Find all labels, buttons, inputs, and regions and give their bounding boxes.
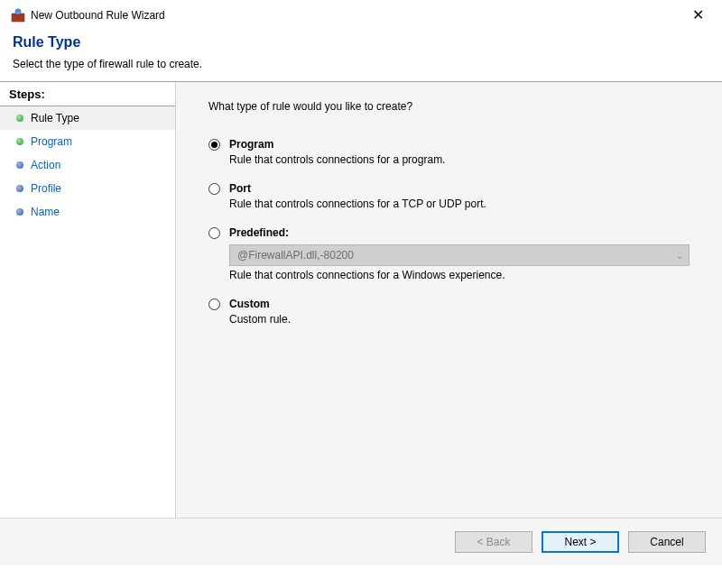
- title-bar: New Outbound Rule Wizard ✕: [0, 0, 722, 27]
- step-label: Rule Type: [31, 112, 79, 124]
- window-title: New Outbound Rule Wizard: [31, 9, 165, 22]
- wizard-footer: < Back Next > Cancel: [0, 518, 722, 565]
- bullet-icon: [16, 138, 23, 145]
- step-label: Program: [31, 135, 72, 148]
- radio-predefined[interactable]: [208, 227, 220, 239]
- step-label: Profile: [31, 182, 61, 195]
- page-title: Rule Type: [13, 34, 709, 51]
- option-program: Program Rule that controls connections f…: [208, 138, 704, 166]
- bullet-icon: [16, 115, 23, 122]
- content-question: What type of rule would you like to crea…: [208, 100, 704, 113]
- cancel-button[interactable]: Cancel: [628, 531, 706, 553]
- radio-port[interactable]: [208, 183, 220, 195]
- option-port-desc: Rule that controls connections for a TCP…: [229, 198, 704, 210]
- bullet-icon: [16, 161, 23, 169]
- option-custom-desc: Custom rule.: [229, 313, 704, 326]
- step-label: Action: [31, 159, 60, 171]
- option-predefined-label: Predefined:: [229, 226, 289, 239]
- option-port: Port Rule that controls connections for …: [208, 182, 704, 210]
- option-custom-label: Custom: [229, 298, 270, 310]
- close-icon[interactable]: ✕: [685, 8, 711, 23]
- radio-program[interactable]: [208, 139, 220, 151]
- wizard-header: Rule Type Select the type of firewall ru…: [0, 27, 722, 81]
- wizard-content: What type of rule would you like to crea…: [176, 82, 722, 518]
- page-subtitle: Select the type of firewall rule to crea…: [13, 58, 709, 70]
- bullet-icon: [16, 208, 23, 216]
- step-program[interactable]: Program: [0, 130, 175, 153]
- option-program-label: Program: [229, 138, 273, 151]
- step-profile[interactable]: Profile: [0, 177, 175, 200]
- option-port-head[interactable]: Port: [208, 182, 704, 195]
- firewall-icon: [11, 8, 25, 23]
- steps-list: Rule Type Program Action Profile Name: [0, 106, 175, 224]
- option-port-label: Port: [229, 182, 251, 195]
- steps-heading: Steps:: [0, 82, 175, 106]
- option-custom: Custom Custom rule.: [208, 298, 704, 326]
- step-rule-type[interactable]: Rule Type: [0, 106, 175, 130]
- radio-custom[interactable]: [208, 299, 220, 310]
- chevron-down-icon: ⌄: [676, 251, 683, 261]
- step-label: Name: [31, 206, 60, 218]
- step-name[interactable]: Name: [0, 200, 175, 224]
- option-program-head[interactable]: Program: [208, 138, 704, 151]
- option-predefined-desc: Rule that controls connections for a Win…: [229, 269, 704, 281]
- predefined-value: @FirewallAPI.dll,-80200: [237, 249, 354, 262]
- wizard-body: Steps: Rule Type Program Action Profile …: [0, 82, 722, 518]
- option-predefined: Predefined: @FirewallAPI.dll,-80200 ⌄ Ru…: [208, 226, 704, 281]
- step-action[interactable]: Action: [0, 153, 175, 177]
- title-bar-left: New Outbound Rule Wizard: [11, 8, 165, 23]
- back-button: < Back: [455, 531, 532, 553]
- predefined-dropdown: @FirewallAPI.dll,-80200 ⌄: [229, 244, 690, 266]
- svg-point-6: [15, 9, 21, 14]
- steps-sidebar: Steps: Rule Type Program Action Profile …: [0, 82, 176, 518]
- option-program-desc: Rule that controls connections for a pro…: [229, 153, 704, 166]
- option-custom-head[interactable]: Custom: [208, 298, 704, 310]
- option-predefined-head[interactable]: Predefined:: [208, 226, 704, 239]
- bullet-icon: [16, 185, 23, 192]
- next-button[interactable]: Next >: [542, 531, 619, 553]
